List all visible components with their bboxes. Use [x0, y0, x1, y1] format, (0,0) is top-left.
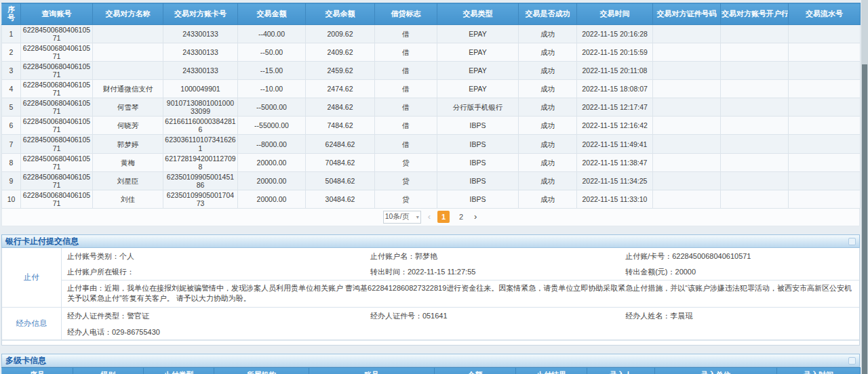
table-cell: 成功: [519, 98, 577, 117]
handler-info-group: 经办信息 经办人证件类型：警官证 经办人证件号：051641 经办人姓名：李晨琨…: [2, 308, 859, 340]
table-cell: [721, 171, 789, 190]
table-cell: [653, 24, 721, 43]
table-cell: [789, 117, 861, 135]
table-cell: 62484.62: [306, 135, 375, 153]
table-cell: [721, 117, 789, 135]
table-cell: IBPS: [437, 171, 519, 190]
table-cell: 贷: [375, 153, 437, 171]
table-cell: 借: [375, 43, 437, 61]
col-stop-result: 止付结果: [516, 367, 587, 374]
page-size-select[interactable]: 10条/页 ▾: [383, 211, 421, 224]
table-cell: EPAY: [437, 43, 519, 61]
table-cell: 6228450068040610571: [21, 24, 93, 43]
table-cell: 借: [375, 98, 437, 117]
col-account: 账号: [309, 367, 435, 374]
multi-card-table: 序号 级别 止付类型 所属机构 账号 余额 止付结果 录入人 录入单位 录入时间…: [1, 367, 861, 374]
table-cell: [653, 171, 721, 190]
table-cell: EPAY: [437, 61, 519, 79]
collapse-icon[interactable]: [848, 357, 856, 365]
table-cell: 9: [2, 171, 21, 190]
table-cell: 2022-11-15 20:11:08: [577, 61, 653, 79]
stop-account-category: 止付账号类别：个人: [62, 251, 365, 261]
table-cell: 243300133: [163, 24, 238, 43]
table-row: 86228450068040610571黄梅621728194200112709…: [2, 153, 861, 171]
col-counterparty-card: 交易对方账卡号: [163, 3, 238, 25]
table-cell: 20000.00: [238, 190, 306, 208]
table-cell: [789, 98, 861, 117]
table-cell: [653, 61, 721, 79]
table-cell: 刘佳: [93, 190, 163, 208]
collapse-icon[interactable]: [848, 238, 856, 245]
col-entry-unit: 录入单位: [655, 367, 777, 374]
table-cell: --15.00: [238, 61, 306, 79]
table-cell: 借: [375, 80, 437, 98]
table-cell: --50.00: [238, 43, 306, 61]
section-footer-strip: [2, 340, 859, 345]
table-cell: 成功: [519, 43, 577, 61]
stop-payment-reason: 止付事由：近期，我单位在接报刘妮被骗警情中，发现涉案人员利用贵单位相关账户 曹鸿…: [62, 280, 859, 308]
col-counterparty-name: 交易对方名称: [93, 3, 163, 25]
table-cell: 9010713080100100033099: [163, 98, 238, 117]
page-size-label: 10条/页: [385, 212, 416, 222]
prev-page-button[interactable]: ‹: [427, 211, 432, 223]
table-cell: 50484.62: [306, 171, 375, 190]
page-content: 序号 查询账号 交易对方名称 交易对方账卡号 交易金额 交易余额 借贷标志 交易…: [0, 0, 860, 374]
vertical-scrollbar[interactable]: [861, 0, 868, 374]
table-cell: 成功: [519, 117, 577, 135]
table-cell: 2022-11-15 12:16:42: [577, 117, 653, 135]
scrollbar-thumb[interactable]: [862, 64, 867, 374]
table-cell: [93, 43, 163, 61]
table-cell: [653, 43, 721, 61]
stop-payment-section-title: 银行卡止付提交信息: [5, 236, 79, 246]
table-cell: 6235010990500145186: [163, 171, 238, 190]
table-cell: 6216611600003842816: [163, 117, 238, 135]
table-cell: [721, 190, 789, 208]
table-cell: 2409.62: [306, 43, 375, 61]
next-page-button[interactable]: ›: [473, 211, 478, 223]
table-cell: 刘星臣: [93, 171, 163, 190]
table-cell: 2484.62: [306, 98, 375, 117]
table-cell: 何雪琴: [93, 98, 163, 117]
table-cell: 6: [2, 117, 21, 135]
table-cell: 成功: [519, 80, 577, 98]
table-cell: [721, 135, 789, 153]
table-cell: 6228450068040610571: [21, 135, 93, 153]
table-cell: [721, 98, 789, 117]
table-cell: 2022-11-15 20:16:28: [577, 24, 653, 43]
stop-account-bank: 止付账户所在银行：: [62, 267, 365, 276]
table-cell: 6217281942001127098: [163, 153, 238, 171]
table-cell: [721, 61, 789, 79]
handler-id-number: 经办人证件号：051641: [365, 311, 620, 320]
table-cell: 借: [375, 135, 437, 153]
table-cell: 借: [375, 117, 437, 135]
table-cell: [93, 61, 163, 79]
table-cell: 2022-11-15 18:08:07: [577, 80, 653, 98]
table-cell: [653, 190, 721, 208]
col-query-account: 查询账号: [21, 3, 93, 25]
pagination-bar: 10条/页 ▾ ‹ 1 2 ›: [1, 209, 860, 226]
table-cell: 2022-11-15 11:49:41: [577, 135, 653, 153]
page-button-2[interactable]: 2: [455, 211, 467, 223]
table-cell: 7: [2, 135, 21, 153]
table-cell: 郭梦婷: [93, 135, 163, 153]
handler-group-label: 经办信息: [2, 308, 62, 339]
table-cell: [789, 43, 861, 61]
table-cell: [721, 80, 789, 98]
handler-phone: 经办人电话：029-86755430: [62, 327, 365, 337]
stop-payment-section-header: 银行卡止付提交信息: [1, 234, 860, 248]
page-button-1[interactable]: 1: [437, 211, 450, 223]
table-cell: IBPS: [437, 135, 519, 153]
table-row: 106228450068040610571刘佳62350109905001704…: [2, 190, 861, 208]
table-cell: 2459.62: [306, 61, 375, 79]
table-cell: [789, 24, 861, 43]
table-cell: 6235010990500170473: [163, 190, 238, 208]
table-cell: 黄梅: [93, 153, 163, 171]
table-cell: 10: [2, 190, 21, 208]
table-cell: 分行版手机银行: [437, 98, 519, 117]
table-cell: IBPS: [437, 153, 519, 171]
table-row: 76228450068040610571郭梦婷62303611010734162…: [2, 135, 861, 153]
table-cell: [721, 24, 789, 43]
stop-account-name: 止付账户名：郭梦艳: [365, 251, 620, 261]
table-cell: [789, 171, 861, 190]
col-balance: 交易余额: [306, 3, 375, 25]
